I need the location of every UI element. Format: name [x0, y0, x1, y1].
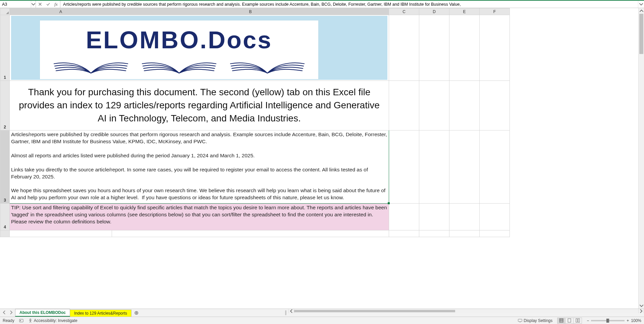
- column-header[interactable]: E: [449, 8, 480, 15]
- logo-text: ELOMBO.Docs: [40, 20, 318, 56]
- cell[interactable]: [480, 15, 510, 81]
- svg-rect-5: [568, 319, 571, 322]
- zoom-control: − + 100%: [587, 318, 641, 323]
- new-sheet-button[interactable]: ⊕: [131, 309, 141, 317]
- sheet-tab-index[interactable]: Index to 129 Articles&Reports: [70, 310, 131, 317]
- book-icons-row: [40, 56, 318, 75]
- cell[interactable]: [449, 130, 480, 204]
- column-header[interactable]: D: [419, 8, 449, 15]
- tab-next-icon[interactable]: [9, 310, 13, 316]
- worksheet-grid[interactable]: A B C D E F 1 ELOMBO.Docs: [0, 8, 638, 309]
- row-header[interactable]: 4: [0, 204, 10, 230]
- svg-point-2: [30, 319, 31, 320]
- tab-split-handle[interactable]: [285, 310, 286, 315]
- accessibility-button[interactable]: Accessibility: Investigate: [28, 318, 77, 323]
- cancel-icon[interactable]: [36, 1, 44, 8]
- cell[interactable]: [449, 81, 480, 130]
- zoom-handle[interactable]: [606, 319, 609, 323]
- sheet-tab-about[interactable]: About this ELOMBODoc: [15, 309, 70, 317]
- scroll-left-icon[interactable]: [288, 309, 294, 313]
- cell-a3-body[interactable]: Articles/reports were published by credi…: [10, 130, 389, 204]
- row-header[interactable]: [0, 230, 10, 237]
- open-book-icon: [139, 56, 219, 75]
- row-header[interactable]: 1: [0, 15, 10, 81]
- insert-function-icon[interactable]: fx: [52, 1, 60, 8]
- logo-card: ELOMBO.Docs: [40, 20, 318, 79]
- cell[interactable]: [389, 81, 419, 130]
- cell[interactable]: [480, 230, 510, 237]
- open-book-icon: [227, 56, 308, 75]
- zoom-in-button[interactable]: +: [627, 318, 629, 323]
- scroll-down-icon[interactable]: [639, 303, 644, 309]
- cell[interactable]: [449, 230, 480, 237]
- tab-prev-icon[interactable]: [2, 310, 6, 316]
- display-settings-button[interactable]: Display Settings: [518, 318, 552, 323]
- column-header[interactable]: C: [389, 8, 419, 15]
- cell[interactable]: [449, 204, 480, 230]
- cell[interactable]: [389, 204, 419, 230]
- column-header[interactable]: A: [10, 8, 112, 15]
- view-page-break-icon[interactable]: [574, 318, 582, 323]
- cell[interactable]: [449, 15, 480, 81]
- status-bar: Ready Accessibility: Investigate Display…: [0, 317, 644, 324]
- display-settings-label: Display Settings: [524, 318, 552, 323]
- cell-a2-headline[interactable]: Thank you for purchasing this document. …: [10, 81, 389, 130]
- cell[interactable]: [480, 130, 510, 204]
- scroll-thumb[interactable]: [639, 14, 643, 54]
- macro-record-icon[interactable]: [19, 318, 23, 323]
- zoom-level[interactable]: 100%: [631, 318, 641, 323]
- svg-rect-3: [518, 319, 522, 321]
- view-page-layout-icon[interactable]: [566, 318, 574, 323]
- zoom-out-button[interactable]: −: [587, 318, 589, 323]
- body-text: Articles/reports were published by credi…: [11, 131, 388, 200]
- horizontal-scrollbar[interactable]: [288, 309, 644, 313]
- view-normal-icon[interactable]: [557, 318, 566, 323]
- tabstrip-spacer: [141, 309, 644, 317]
- formula-input[interactable]: [60, 1, 638, 8]
- scroll-right-icon[interactable]: [638, 309, 644, 313]
- cell[interactable]: [419, 230, 449, 237]
- hscroll-thumb[interactable]: [294, 310, 455, 312]
- svg-rect-6: [576, 319, 577, 322]
- hscroll-track[interactable]: [294, 309, 638, 313]
- formula-bar: fx: [0, 1, 644, 8]
- cell[interactable]: [480, 81, 510, 130]
- scroll-track[interactable]: [639, 14, 644, 303]
- worksheet-area: A B C D E F 1 ELOMBO.Docs: [0, 8, 644, 309]
- zoom-slider[interactable]: [591, 320, 625, 321]
- row-header[interactable]: 3: [0, 130, 10, 204]
- headline-text: Thank you for purchasing this document. …: [11, 82, 387, 129]
- cell[interactable]: [10, 230, 112, 237]
- enter-icon[interactable]: [44, 1, 52, 8]
- tab-nav: [0, 309, 15, 317]
- scroll-up-icon[interactable]: [639, 8, 644, 14]
- formula-bar-expand[interactable]: [638, 1, 644, 8]
- svg-rect-7: [578, 319, 579, 322]
- cell[interactable]: [419, 204, 449, 230]
- cell[interactable]: [389, 15, 419, 81]
- column-header[interactable]: B: [112, 8, 389, 15]
- tip-text: TIP: Use sort and filtering capability o…: [11, 205, 387, 224]
- cell[interactable]: [419, 81, 449, 130]
- name-box[interactable]: [0, 1, 31, 8]
- sheet-tabs: About this ELOMBODoc Index to 129 Articl…: [15, 309, 131, 317]
- select-all-corner[interactable]: [0, 8, 10, 15]
- open-book-icon: [51, 56, 131, 75]
- name-box-wrap: [0, 1, 36, 8]
- cell[interactable]: [389, 230, 419, 237]
- svg-point-1: [20, 320, 21, 321]
- name-box-dropdown[interactable]: [31, 1, 36, 8]
- row-header[interactable]: 2: [0, 81, 10, 130]
- formula-bar-controls: fx: [36, 1, 60, 8]
- cell[interactable]: [419, 15, 449, 81]
- column-header[interactable]: F: [480, 8, 510, 15]
- cell[interactable]: [112, 230, 389, 237]
- cell[interactable]: [419, 130, 449, 204]
- svg-rect-4: [559, 319, 563, 322]
- cell-a4-tip[interactable]: TIP: Use sort and filtering capability o…: [10, 204, 389, 230]
- vertical-scrollbar[interactable]: [638, 8, 644, 309]
- cell[interactable]: [389, 130, 419, 204]
- cell-a1-banner[interactable]: ELOMBO.Docs: [10, 15, 389, 81]
- cell[interactable]: [480, 204, 510, 230]
- sheet-tab-strip: About this ELOMBODoc Index to 129 Articl…: [0, 309, 644, 317]
